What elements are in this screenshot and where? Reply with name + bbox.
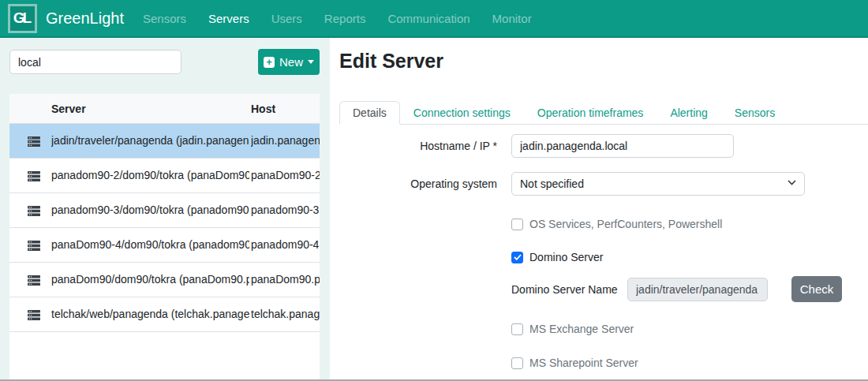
- main-nav: Sensors Servers Users Reports Communicat…: [143, 12, 532, 25]
- server-details-form: Hostname / IP * Operating system Not spe…: [330, 134, 868, 381]
- app-header: GL GreenLight Sensors Servers Users Repo…: [0, 0, 868, 38]
- host-cell: panaDom90.par: [251, 263, 320, 297]
- column-header-host[interactable]: Host: [251, 94, 275, 124]
- domino-server-checkbox[interactable]: [511, 252, 523, 263]
- server-name-cell: telchak/web/panagenda (telchak.panagen: [51, 297, 249, 331]
- server-name-cell: jadin/traveler/panagenda (jadin.panagend…: [51, 124, 249, 158]
- plus-square-icon: +: [264, 57, 275, 68]
- ms-exchange-checkbox-row[interactable]: MS Exchange Server: [511, 323, 634, 335]
- domino-server-checkbox-row[interactable]: Domino Server: [511, 251, 603, 263]
- server-rack-icon: [28, 310, 40, 320]
- os-services-label: OS Services, PerfCounters, Powershell: [529, 218, 722, 230]
- table-header-row: Server Host: [9, 94, 320, 124]
- new-button-label: New: [279, 55, 303, 69]
- ms-exchange-label: MS Exchange Server: [529, 323, 634, 335]
- page-title: Edit Server: [339, 50, 443, 73]
- tab-operation-timeframes[interactable]: Operation timeframes: [524, 101, 657, 125]
- ms-sharepoint-checkbox-row[interactable]: MS Sharepoint Server: [511, 357, 638, 369]
- server-search-input[interactable]: [9, 50, 181, 74]
- server-rack-icon: [28, 241, 40, 251]
- table-row[interactable]: panadom90-2/dom90/tokra (panaDom90-2 pan…: [9, 159, 320, 193]
- greenlight-logo-icon[interactable]: GL: [8, 4, 37, 33]
- server-name-cell: panaDom90-4/dom90/tokra (panadom90-4: [51, 228, 249, 262]
- server-table: Server Host jadin/traveler/panagenda (ja…: [9, 94, 320, 379]
- server-rack-icon: [28, 136, 40, 147]
- nav-item-servers[interactable]: Servers: [208, 12, 249, 25]
- operating-system-select-wrap: Not specified: [511, 172, 805, 196]
- checkmark-icon: [514, 254, 522, 260]
- edit-server-panel: Edit Server Details Connection settings …: [330, 38, 868, 381]
- ms-exchange-checkbox[interactable]: [511, 323, 523, 335]
- server-rack-icon: [28, 171, 40, 181]
- edit-server-tabs: Details Connection settings Operation ti…: [339, 100, 868, 125]
- host-cell: panaDom90-2.p: [251, 159, 320, 192]
- operating-system-select[interactable]: Not specified: [511, 172, 805, 196]
- ms-sharepoint-checkbox[interactable]: [511, 357, 523, 369]
- domino-server-label: Domino Server: [529, 251, 603, 263]
- host-cell: panadom90-4.p: [251, 228, 320, 262]
- server-name-cell: panadom90-3/dom90/tokra (panadom90-3: [51, 193, 249, 227]
- nav-item-monitor[interactable]: Monitor: [492, 12, 532, 25]
- column-header-server[interactable]: Server: [51, 94, 86, 124]
- domino-server-name-label: Domino Server Name: [511, 278, 618, 301]
- nav-item-sensors[interactable]: Sensors: [143, 12, 186, 25]
- host-cell: telchak.panager: [251, 297, 320, 331]
- operating-system-label: Operating system: [330, 172, 497, 196]
- host-cell: jadin.panagenda: [251, 124, 320, 158]
- tab-alerting[interactable]: Alerting: [657, 101, 720, 125]
- new-server-button[interactable]: + New: [258, 49, 320, 75]
- os-services-checkbox[interactable]: [511, 219, 523, 230]
- brand-title: GreenLight: [46, 9, 124, 28]
- table-row[interactable]: telchak/web/panagenda (telchak.panagen t…: [9, 297, 320, 332]
- table-row[interactable]: jadin/traveler/panagenda (jadin.panagend…: [9, 124, 320, 159]
- domino-server-name-input: [627, 278, 768, 301]
- caret-down-icon: [308, 60, 314, 64]
- table-row[interactable]: panaDom90-4/dom90/tokra (panadom90-4 pan…: [9, 228, 320, 263]
- nav-item-reports[interactable]: Reports: [324, 12, 366, 25]
- host-cell: panadom90-3.p: [251, 193, 320, 227]
- server-name-cell: panadom90-2/dom90/tokra (panaDom90-2: [51, 159, 249, 192]
- tab-sensors[interactable]: Sensors: [721, 101, 788, 125]
- ms-sharepoint-label: MS Sharepoint Server: [529, 357, 638, 369]
- tab-details[interactable]: Details: [339, 101, 400, 125]
- server-rack-icon: [28, 275, 40, 286]
- nav-item-communication[interactable]: Communication: [387, 12, 470, 25]
- os-services-checkbox-row[interactable]: OS Services, PerfCounters, Powershell: [511, 218, 722, 230]
- check-button[interactable]: Check: [791, 276, 842, 302]
- server-name-cell: panaDom90/dom90/tokra (panaDom90.pa: [51, 263, 249, 297]
- hostname-input[interactable]: [511, 134, 734, 158]
- tab-connection-settings[interactable]: Connection settings: [400, 101, 524, 125]
- table-row[interactable]: panaDom90/dom90/tokra (panaDom90.pa pana…: [9, 263, 320, 297]
- hostname-label: Hostname / IP *: [330, 134, 497, 158]
- server-rack-icon: [28, 206, 40, 216]
- nav-item-users[interactable]: Users: [271, 12, 302, 25]
- table-row[interactable]: panadom90-3/dom90/tokra (panadom90-3 pan…: [9, 193, 320, 228]
